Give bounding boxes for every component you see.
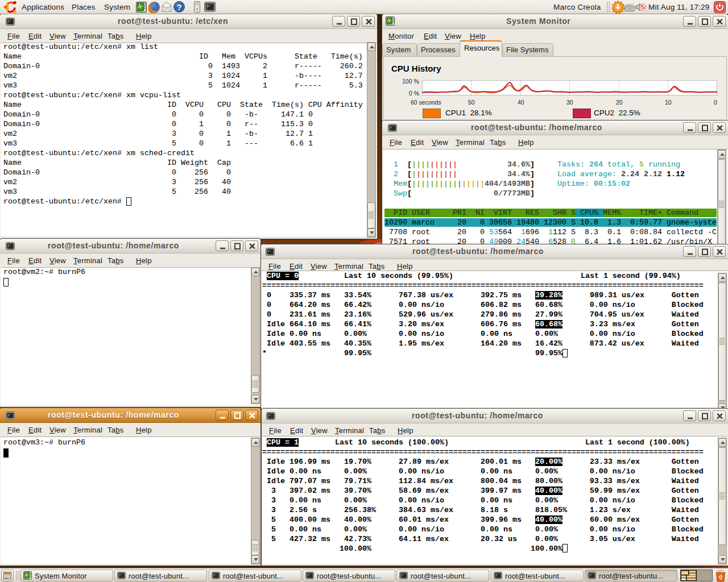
svg-text:?: ? [176,2,181,12]
